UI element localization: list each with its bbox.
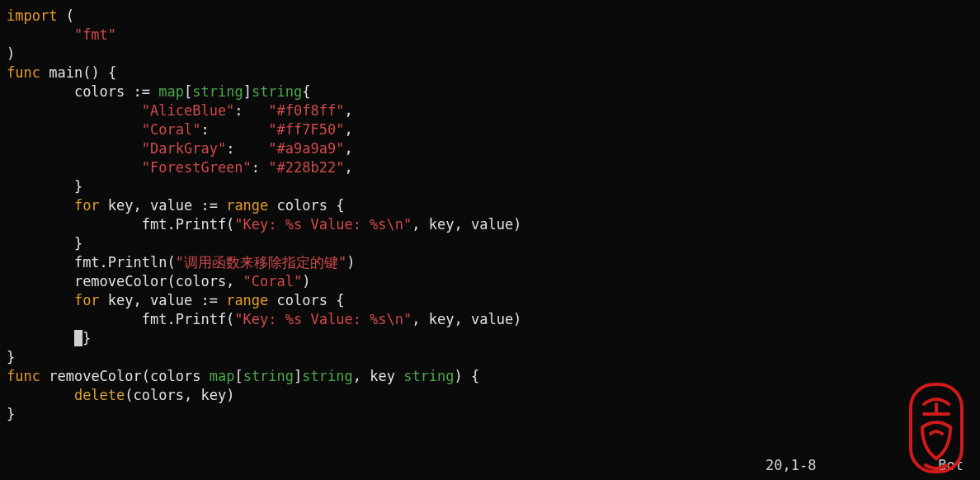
code-editor[interactable]: import ( "fmt" ) func main() { colors :=… <box>7 7 973 424</box>
sep: : <box>226 140 268 157</box>
brace-close: } <box>7 406 15 422</box>
keyword-func: func <box>7 368 40 384</box>
map-key: "Coral" <box>142 121 201 138</box>
removecolor-def-tail: ) { <box>455 368 480 384</box>
sep: : <box>252 159 268 176</box>
colors-decl: colors := <box>74 83 158 100</box>
map-val: "#ff7F50" <box>268 121 344 138</box>
printf-pre: fmt.Printf( <box>142 311 235 327</box>
paren-close: ) <box>7 45 15 62</box>
keyword-map: map <box>158 83 184 100</box>
println-str: "调用函数来移除指定的键" <box>176 254 346 271</box>
keyword-import: import <box>7 7 57 24</box>
println-pre: fmt.Println( <box>74 254 176 271</box>
cursor-position: 20,1-8 <box>766 456 816 475</box>
comma: , <box>344 121 352 138</box>
comma: , <box>344 102 352 119</box>
rbracket: ] <box>243 83 252 100</box>
map-key: "DarkGray" <box>142 140 226 157</box>
for-vars: key, value := <box>100 197 227 214</box>
sep: : <box>200 121 268 138</box>
keyword-for: for <box>74 197 100 214</box>
type-string: string <box>252 83 302 100</box>
comma: , <box>344 159 352 176</box>
keyword-func: func <box>7 64 40 81</box>
string-fmt: "fmt" <box>74 26 116 43</box>
println-tail: ) <box>346 254 355 271</box>
map-key: "AliceBlue" <box>142 102 235 119</box>
rbracket: ] <box>294 368 302 384</box>
brace-open: { <box>302 83 310 100</box>
brace-close: } <box>74 235 82 252</box>
for-tail: colors { <box>268 197 344 214</box>
keyword-for: for <box>74 292 100 308</box>
map-val: "#a9a9a9" <box>268 140 344 157</box>
scroll-position: Bot <box>938 456 964 475</box>
cursor <box>74 330 82 346</box>
keyword-map: map <box>210 368 235 384</box>
removecolor-def-mid: , key <box>353 368 403 384</box>
delete-tail: (colors, key) <box>125 387 234 403</box>
type-string: string <box>243 368 294 384</box>
keyword-range: range <box>226 292 268 308</box>
printf-fmt: "Key: %s Value: %s\n" <box>234 311 412 327</box>
type-string: string <box>302 368 352 384</box>
lbracket: [ <box>234 368 243 384</box>
removecolor-tail: ) <box>302 273 310 289</box>
brace-close: } <box>82 330 91 346</box>
map-key: "ForestGreen" <box>142 159 252 176</box>
sep: : <box>234 102 268 119</box>
brace-open: { <box>108 64 116 81</box>
map-val: "#f0f8ff" <box>268 102 344 119</box>
keyword-delete: delete <box>74 387 125 403</box>
status-line: 20,1-8 Bot <box>766 456 964 475</box>
removecolor-arg: "Coral" <box>243 273 303 289</box>
comma: , <box>344 140 352 157</box>
ident-main: main <box>49 64 82 81</box>
removecolor-call-pre: removeColor(colors, <box>74 273 243 289</box>
brace-close: } <box>74 178 82 195</box>
paren-open: ( <box>66 7 74 24</box>
map-val: "#228b22" <box>268 159 344 176</box>
type-string: string <box>403 368 454 384</box>
keyword-range: range <box>226 197 268 214</box>
brace-close: } <box>7 349 15 365</box>
for-vars: key, value := <box>100 292 227 308</box>
printf-fmt: "Key: %s Value: %s\n" <box>234 216 412 233</box>
removecolor-def-pre: removeColor(colors <box>49 368 209 384</box>
printf-pre: fmt.Printf( <box>142 216 235 233</box>
printf-tail: , key, value) <box>412 216 521 233</box>
lbracket: [ <box>184 83 192 100</box>
printf-tail: , key, value) <box>412 311 521 327</box>
type-string: string <box>192 83 243 100</box>
for-tail: colors { <box>268 292 344 308</box>
